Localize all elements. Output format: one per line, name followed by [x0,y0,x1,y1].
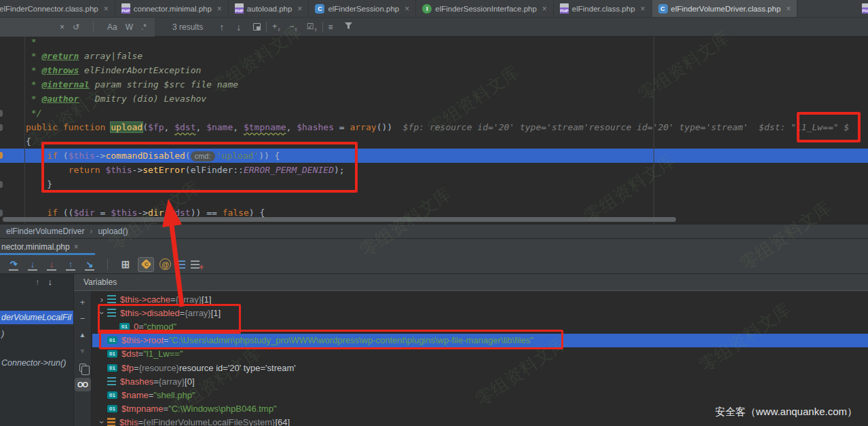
code-token: $fp: resource id='20' type='stream'resou… [392,122,791,132]
parameter-hint-pill: cmd: [191,151,215,161]
chevron-right-icon[interactable]: › [96,294,107,305]
horizontal-scrollbar[interactable] [3,217,676,222]
primitive-icon: 01 [107,364,117,372]
breadcrumb-separator-icon: › [90,227,92,236]
editor-tab[interactable]: autoload.php× [229,0,309,17]
frame-up-icon[interactable]: ↑ [35,277,40,287]
code-token: commandDisabled [105,151,185,161]
class-icon: C [315,4,324,14]
variable-token: {array} [176,294,202,305]
code-token: $this [105,165,132,175]
remove-watch-button[interactable]: − [80,313,86,324]
regex-toggle[interactable]: .* [141,22,147,32]
match-case-toggle[interactable]: Aa [107,22,117,32]
show-execution-point-button[interactable]: C [138,257,154,272]
variable-token: $fp [121,363,134,373]
code-token [26,208,47,218]
next-occurrence-button[interactable]: ↓ [236,22,241,33]
frames-panel[interactable]: ↑ ↓ derVolumeLocalFil)Connector->run() [0,274,73,426]
frame-row[interactable]: ) [0,327,73,341]
close-icon[interactable]: × [104,4,109,14]
frame-down-icon[interactable]: ↓ [48,277,53,287]
move-up-button[interactable]: ▲ [79,329,86,341]
step-out-button[interactable]: ↑ [64,258,77,271]
mute-renderers-button[interactable]: @ [159,258,171,270]
close-icon[interactable]: × [297,4,302,14]
code-token: { [26,136,31,147]
search-history-icon[interactable]: ↺ [73,22,79,32]
force-step-into-button[interactable]: ↓ [45,258,58,271]
divider [322,22,323,33]
run-to-cursor-button[interactable]: ↘ [83,258,96,271]
variable-row[interactable]: ›$this->disabled = {array} [1] [92,306,868,320]
code-token: * [26,51,41,61]
editor-tab[interactable]: CelFinderSession.php× [309,0,416,17]
editor-tab[interactable]: elFinderConnector.class.php× [0,0,115,17]
variable-token: = [149,390,154,400]
close-icon[interactable]: × [542,4,547,14]
evaluate-expression-button[interactable]: ⊞ [119,258,132,271]
frame-row[interactable]: Connector->run() [0,356,73,370]
variable-row[interactable]: 01$this->root = "C:\Users\admin\phpstudy… [92,334,868,347]
code-token: :: [233,165,244,175]
variable-row[interactable]: ›$this->cache = {array} [1] [92,292,868,306]
close-icon[interactable]: × [74,242,79,252]
editor-tab[interactable]: IelFinderSessionInterface.php× [416,0,554,17]
chevron-down-icon[interactable]: › [96,417,107,426]
add-watch-button[interactable]: + [80,296,86,308]
code-token: , [286,122,297,132]
show-watches-icon[interactable]: OO [75,378,91,391]
numbered-list-icon[interactable] [176,260,185,269]
open-in-find-window-button[interactable] [253,23,261,31]
variable-row[interactable]: 01$dst = "l1_Lw==" [92,347,868,361]
code-token: ERROR_PERM_DENIED [244,165,334,175]
code-token: $dst [174,122,195,132]
php-file-icon [235,3,244,14]
close-icon[interactable]: × [641,4,645,14]
whole-words-toggle[interactable]: W [126,22,133,32]
select-all-occurrences-button[interactable]: ☑ii [307,22,317,32]
array-icon [107,309,116,317]
step-over-button[interactable]: ↷ [7,258,20,271]
code-token: upload [111,122,143,132]
array-icon [107,295,116,303]
search-input[interactable]: × ↺ Aa W .* [0,18,155,37]
move-down-button[interactable]: ▼ [79,345,86,357]
variable-row[interactable]: 01$name = "shell.php" [92,388,868,402]
frame-row[interactable]: derVolumeLocalFil [0,311,73,324]
clear-search-icon[interactable]: × [60,22,64,32]
breadcrumb-method[interactable]: upload() [98,227,128,236]
close-icon[interactable]: × [217,4,222,14]
chevron-down-icon[interactable]: › [96,308,107,318]
variable-token: {elFinderVolumeLocalFileSystem} [143,417,275,426]
previous-occurrence-button[interactable]: ↑ [219,22,224,33]
breadcrumb-class[interactable]: elFinderVolumeDriver [6,227,84,236]
editor-tab[interactable]: CelFinderVolumeDriver.class.php× [652,0,798,17]
remove-occurrence-button[interactable]: −ii [290,22,297,32]
variable-row[interactable]: $hashes = {array} [0] [92,374,868,388]
code-token: (( [58,208,73,218]
editor-tab[interactable]: connector.minimal.php× [115,0,229,17]
code-token: 'upload' [216,151,259,161]
code-editor[interactable]: * * @return array|false * @throws elFind… [0,37,868,224]
tab-label: elFinderConnector.class.php [0,5,98,13]
variable-row[interactable]: 01$fp = {resource} resource id='20' type… [92,361,868,374]
code-token: "l1_Lw==" [791,122,838,132]
code-line: * @return array|false [26,49,849,63]
close-icon[interactable]: × [404,4,409,14]
step-into-button[interactable]: ↓ [26,258,39,271]
variable-row[interactable]: 010 = "chmod" [92,320,868,333]
editor-tab-bar: elFinderConnector.class.php×connector.mi… [0,0,868,18]
add-to-watches-icon[interactable]: + [191,260,200,269]
code-token: param string $src file name [90,79,238,90]
filter-lines-icon[interactable]: ≡ [328,22,333,32]
code-token: @author [41,94,79,104]
editor-tab[interactable]: elFinder.class.php× [554,0,652,17]
code-line: { [26,134,849,149]
close-icon[interactable]: × [786,4,791,14]
filter-funnel-icon[interactable] [344,22,353,32]
duplicate-watch-icon[interactable] [79,362,86,373]
add-occurrence-button[interactable]: +ii [272,22,280,32]
code-token: = [334,122,350,132]
variable-token: [1] [211,308,221,318]
